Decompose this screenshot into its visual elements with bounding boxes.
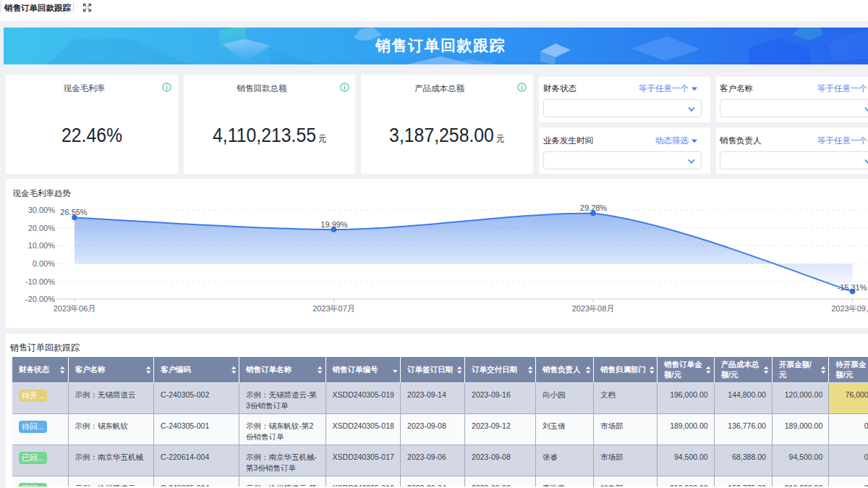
svg-text:2023年07月: 2023年07月 — [312, 304, 355, 313]
svg-text:-20.00%: -20.00% — [25, 295, 55, 303]
svg-text:29.28%: 29.28% — [580, 203, 608, 212]
svg-text:20.00%: 20.00% — [28, 224, 56, 232]
svg-text:19.99%: 19.99% — [320, 220, 348, 229]
svg-text:2023年08月: 2023年08月 — [572, 304, 615, 313]
svg-text:30.00%: 30.00% — [28, 206, 56, 214]
svg-text:10.00%: 10.00% — [28, 241, 56, 250]
svg-text:26.55%: 26.55% — [60, 208, 88, 216]
svg-text:2023年09月: 2023年09月 — [831, 304, 868, 313]
svg-text:0.00%: 0.00% — [33, 259, 55, 268]
svg-text:-10.00%: -10.00% — [25, 277, 55, 286]
svg-text:-15.31%: -15.31% — [838, 283, 867, 292]
svg-text:2023年06月: 2023年06月 — [54, 304, 96, 313]
